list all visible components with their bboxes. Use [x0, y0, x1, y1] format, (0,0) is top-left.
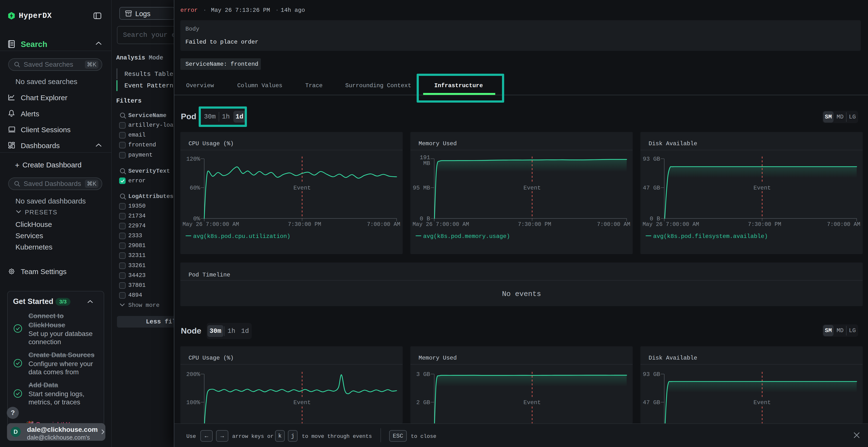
svg-text:May 26 7:00:00 AM: May 26 7:00:00 AM	[183, 221, 239, 228]
svg-text:191: 191	[420, 154, 430, 161]
svg-text:95 MB: 95 MB	[413, 185, 430, 191]
svg-text:avg(k8s.pod.filesystem.availab: avg(k8s.pod.filesystem.available)	[653, 233, 768, 240]
svg-text:7:00:00 AM: 7:00:00 AM	[827, 221, 860, 228]
svg-text:7:00:00 AM: 7:00:00 AM	[367, 221, 400, 228]
svg-text:Event: Event	[293, 185, 311, 191]
svg-text:7:30:00 PM: 7:30:00 PM	[288, 221, 321, 228]
svg-text:CPU Usage (%): CPU Usage (%)	[189, 355, 234, 361]
svg-text:avg(k8s.pod.memory.usage): avg(k8s.pod.memory.usage)	[423, 233, 510, 240]
svg-text:Disk Available: Disk Available	[649, 355, 697, 361]
svg-text:Memory Used: Memory Used	[418, 355, 457, 361]
svg-text:7:00:00 AM: 7:00:00 AM	[597, 221, 630, 228]
svg-text:2 GB: 2 GB	[416, 399, 430, 406]
svg-text:200%: 200%	[186, 371, 200, 378]
svg-text:3 GB: 3 GB	[416, 371, 430, 378]
svg-text:120%: 120%	[186, 156, 200, 162]
svg-text:0 B: 0 B	[420, 215, 430, 222]
svg-text:Event: Event	[523, 399, 541, 406]
svg-text:avg(k8s.pod.cpu.utilization): avg(k8s.pod.cpu.utilization)	[193, 233, 290, 240]
svg-text:93 GB: 93 GB	[643, 371, 660, 378]
svg-text:7:30:00 PM: 7:30:00 PM	[748, 221, 781, 228]
svg-text:Event: Event	[753, 185, 771, 191]
svg-text:100%: 100%	[186, 399, 200, 406]
svg-text:Disk Available: Disk Available	[649, 140, 697, 147]
svg-text:Event: Event	[523, 185, 541, 191]
svg-text:7:30:00 PM: 7:30:00 PM	[518, 221, 551, 228]
svg-text:0 B: 0 B	[650, 215, 660, 222]
svg-text:0%: 0%	[193, 215, 200, 222]
svg-text:Event: Event	[293, 399, 311, 406]
svg-text:May 26 7:00:00 AM: May 26 7:00:00 AM	[412, 221, 469, 228]
svg-text:47 GB: 47 GB	[643, 185, 660, 191]
svg-text:May 26 7:00:00 AM: May 26 7:00:00 AM	[643, 221, 699, 228]
svg-text:93 GB: 93 GB	[643, 156, 660, 162]
svg-text:CPU Usage (%): CPU Usage (%)	[189, 140, 234, 147]
svg-text:Event: Event	[753, 399, 771, 406]
svg-text:60%: 60%	[190, 185, 200, 191]
svg-text:47 GB: 47 GB	[643, 399, 660, 406]
svg-text:MB: MB	[423, 160, 430, 167]
svg-text:Memory Used: Memory Used	[418, 140, 457, 147]
